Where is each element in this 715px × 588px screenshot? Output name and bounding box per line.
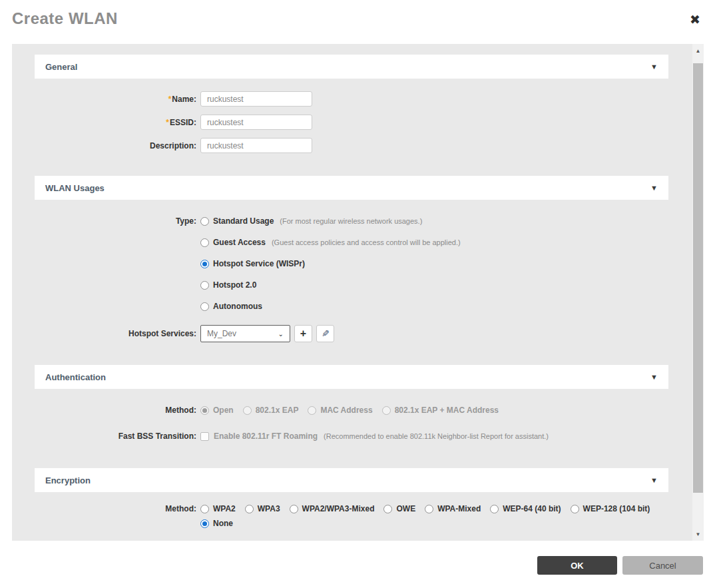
pencil-icon: ✎	[322, 329, 330, 338]
section-title-wlan-usages: WLAN Usages	[45, 183, 105, 193]
description-field-row: Description:	[35, 138, 312, 153]
radio-icon[interactable]	[200, 217, 209, 226]
essid-input[interactable]	[200, 115, 312, 130]
radio-auth-mac-address[interactable]: MAC Address	[308, 406, 372, 415]
radio-icon[interactable]	[200, 406, 209, 415]
radio-icon[interactable]	[490, 505, 499, 513]
fast-bss-label: Fast BSS Transition:	[35, 432, 196, 441]
required-asterisk: *	[166, 118, 169, 127]
plus-icon: +	[300, 328, 306, 339]
radio-standard-usage[interactable]: Standard Usage (For most regular wireles…	[200, 216, 422, 226]
scrollbar[interactable]: ▲ ▼	[692, 44, 704, 541]
description-input[interactable]	[200, 138, 312, 153]
description-label: Description:	[35, 141, 196, 150]
name-field-row: *Name:	[35, 91, 312, 107]
radio-icon[interactable]	[308, 406, 316, 415]
radio-enc-wep-64[interactable]: WEP-64 (40 bit)	[490, 504, 561, 513]
scroll-down-icon[interactable]: ▼	[692, 529, 704, 539]
radio-guest-access[interactable]: Guest Access (Guest access policies and …	[200, 238, 461, 247]
radio-enc-none[interactable]: None	[200, 519, 233, 528]
section-header-wlan-usages[interactable]: WLAN Usages ▼	[35, 176, 668, 200]
hotspot-services-select[interactable]: My_Dev ⌄	[200, 325, 290, 342]
type-option-hint: (Guest access policies and access contro…	[272, 238, 461, 246]
chevron-down-icon[interactable]: ▼	[650, 63, 658, 71]
radio-autonomous[interactable]: Autonomous	[200, 302, 262, 311]
auth-method-row: Method: Open 802.1x EAP MAC Address 802.…	[35, 406, 508, 415]
radio-auth-open[interactable]: Open	[200, 406, 234, 415]
chevron-down-icon[interactable]: ▼	[650, 374, 658, 381]
name-input[interactable]	[200, 91, 312, 107]
type-label: Type:	[35, 216, 196, 226]
radio-hotspot-20[interactable]: Hotspot 2.0	[200, 280, 256, 290]
radio-enc-wpa3[interactable]: WPA3	[245, 504, 280, 513]
chevron-down-icon[interactable]: ▼	[650, 184, 658, 192]
wlan-form-panel: General ▼ *Name: *ESSID: Description: WL…	[12, 44, 704, 541]
type-option-hint: (For most regular wireless network usage…	[280, 217, 422, 225]
radio-enc-wpa-mixed[interactable]: WPA-Mixed	[425, 504, 481, 513]
hotspot-services-selected-value: My_Dev	[207, 329, 236, 338]
radio-icon[interactable]	[290, 505, 298, 513]
add-hotspot-service-button[interactable]: +	[294, 325, 312, 342]
radio-enc-wpa2[interactable]: WPA2	[200, 504, 236, 513]
radio-auth-8021x-eap[interactable]: 802.1x EAP	[243, 406, 299, 415]
section-header-encryption[interactable]: Encryption ▼	[35, 468, 668, 492]
radio-icon[interactable]	[245, 505, 254, 513]
section-title-general: General	[45, 62, 77, 72]
fast-bss-row: Fast BSS Transition: Enable 802.11r FT R…	[35, 432, 558, 441]
radio-icon[interactable]	[425, 505, 433, 513]
radio-icon[interactable]	[382, 406, 391, 415]
radio-hotspot-service-wispr[interactable]: Hotspot Service (WISPr)	[200, 259, 305, 268]
radio-icon[interactable]	[383, 505, 392, 513]
ok-button[interactable]: OK	[537, 556, 617, 575]
section-header-authentication[interactable]: Authentication ▼	[35, 365, 668, 389]
name-label: *Name:	[35, 95, 196, 104]
radio-enc-wpa2-wpa3-mixed[interactable]: WPA2/WPA3-Mixed	[290, 504, 375, 513]
type-option-row-standard-usage: Type: Standard Usage (For most regular w…	[35, 216, 431, 226]
essid-label: *ESSID:	[35, 118, 196, 127]
encryption-method-row-2: None	[35, 519, 242, 528]
radio-icon[interactable]	[200, 281, 209, 290]
radio-icon[interactable]	[200, 302, 209, 311]
radio-icon[interactable]	[200, 519, 209, 528]
auth-method-label: Method:	[35, 406, 196, 415]
required-asterisk: *	[168, 95, 172, 104]
type-option-row-autonomous: Autonomous	[35, 302, 272, 311]
type-option-row-hotspot-20: Hotspot 2.0	[35, 280, 266, 290]
scroll-up-icon[interactable]: ▲	[692, 45, 704, 56]
radio-icon[interactable]	[200, 238, 209, 247]
radio-icon[interactable]	[243, 406, 252, 415]
edit-hotspot-service-button[interactable]: ✎	[316, 325, 334, 342]
radio-enc-owe[interactable]: OWE	[383, 504, 415, 513]
fast-bss-hint: (Recommended to enable 802.11k Neighbor-…	[324, 432, 549, 440]
encryption-method-label: Method:	[35, 504, 196, 513]
radio-icon[interactable]	[571, 505, 579, 513]
chevron-down-icon[interactable]: ▼	[650, 477, 658, 484]
radio-enc-wep-128[interactable]: WEP-128 (104 bit)	[571, 504, 650, 513]
section-header-general[interactable]: General ▼	[35, 55, 668, 79]
enable-80211r-checkbox-option[interactable]: Enable 802.11r FT Roaming (Recommended t…	[200, 432, 549, 441]
radio-icon[interactable]	[200, 260, 209, 268]
section-title-authentication: Authentication	[45, 372, 106, 382]
type-option-row-hotspot-service: Hotspot Service (WISPr)	[35, 259, 314, 268]
hotspot-services-row: Hotspot Services: My_Dev ⌄ + ✎	[35, 325, 334, 342]
radio-auth-8021x-eap-mac[interactable]: 802.1x EAP + MAC Address	[382, 406, 499, 415]
hotspot-services-label: Hotspot Services:	[35, 329, 196, 338]
encryption-method-row-1: Method: WPA2 WPA3 WPA2/WPA3-Mixed OWE WP…	[35, 504, 659, 513]
page-title: Create WLAN	[12, 9, 118, 28]
close-icon[interactable]: ✖	[690, 13, 700, 26]
scrollbar-thumb[interactable]	[693, 63, 703, 493]
essid-field-row: *ESSID:	[35, 115, 312, 130]
cancel-button[interactable]: Cancel	[622, 556, 703, 575]
type-option-row-guest-access: Guest Access (Guest access policies and …	[35, 238, 470, 247]
radio-icon[interactable]	[200, 505, 209, 513]
select-chevron-icon: ⌄	[278, 330, 284, 338]
checkbox-icon[interactable]	[200, 432, 209, 441]
section-title-encryption: Encryption	[45, 475, 91, 485]
